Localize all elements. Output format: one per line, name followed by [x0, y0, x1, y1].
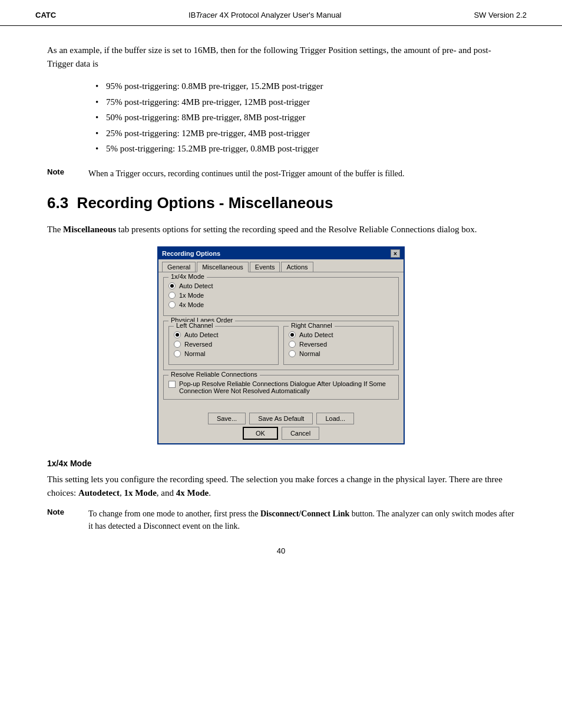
ok-button[interactable]: OK: [243, 427, 278, 440]
left-channel-group: Left Channel Auto Detect Reversed: [168, 326, 279, 365]
mode-4x[interactable]: 4x Mode: [168, 301, 394, 308]
radio-4x[interactable]: [168, 301, 176, 308]
right-channel-label: Right Channel: [289, 322, 335, 329]
tab-events[interactable]: Events: [250, 262, 280, 272]
radio-1x[interactable]: [168, 292, 176, 299]
buttons-row-1: Save... Save As Default Load...: [163, 413, 399, 424]
intro-paragraph: As an example, if the buffer size is set…: [47, 44, 515, 70]
mode-group-content: Auto Detect 1x Mode 4x Mode: [168, 282, 394, 308]
left-auto-detect[interactable]: Auto Detect: [174, 331, 273, 338]
section-heading: 6.3 Recording Options - Miscellaneous: [47, 194, 515, 212]
dialog-buttons: Save... Save As Default Load... OK Cance…: [158, 409, 404, 443]
page: CATC IBTracer 4X Protocol Analyzer User'…: [0, 0, 562, 728]
disconnect-bold: Disconnect/Connect Link: [260, 509, 349, 518]
radio-auto-detect[interactable]: [168, 282, 176, 289]
resolve-checkbox[interactable]: [168, 381, 176, 388]
section-number: 6.3: [47, 194, 68, 212]
save-button[interactable]: Save...: [208, 413, 246, 424]
dialog-close-button[interactable]: ×: [391, 249, 400, 258]
save-as-default-button[interactable]: Save As Default: [249, 413, 313, 424]
mode-1x[interactable]: 1x Mode: [168, 292, 394, 299]
page-footer: 40: [47, 546, 515, 567]
dialog-body: 1x/4x Mode Auto Detect 1x Mode: [158, 272, 404, 409]
radio-right-normal[interactable]: [289, 350, 296, 357]
recording-options-dialog: Recording Options × General Miscellaneou…: [157, 246, 405, 444]
page-number: 40: [277, 546, 285, 555]
note-block-1: Note When a Trigger occurs, recording co…: [47, 167, 515, 180]
left-channel-content: Auto Detect Reversed Normal: [174, 331, 273, 357]
header-center: IBTracer 4X Protocol Analyzer User's Man…: [189, 11, 341, 19]
mode-4x-label: 4x Mode: [179, 301, 204, 308]
buttons-row-2: OK Cancel: [163, 427, 399, 440]
header-tracer: Tracer: [196, 11, 217, 19]
radio-right-reversed[interactable]: [289, 341, 296, 348]
mode-group: 1x/4x Mode Auto Detect 1x Mode: [163, 277, 399, 316]
right-normal-label: Normal: [299, 350, 320, 357]
right-channel-group: Right Channel Auto Detect Reversed: [283, 326, 394, 365]
radio-left-reversed[interactable]: [174, 341, 181, 348]
lanes-row: Left Channel Auto Detect Reversed: [168, 326, 394, 365]
bullet-3: 50% post-triggering: 8MB pre-trigger, 8M…: [106, 111, 515, 124]
tab-general[interactable]: General: [162, 262, 196, 272]
page-header: CATC IBTracer 4X Protocol Analyzer User'…: [0, 0, 562, 26]
tab-miscellaneous[interactable]: Miscellaneous: [197, 262, 249, 272]
tab-actions[interactable]: Actions: [281, 262, 313, 272]
right-reversed-label: Reversed: [299, 341, 327, 348]
mode-auto-detect-label: Auto Detect: [179, 282, 213, 289]
section-intro: The Miscellaneous tab presents options f…: [47, 223, 515, 236]
left-channel-label: Left Channel: [174, 322, 215, 329]
bullet-2: 75% post-triggering: 4MB pre-trigger, 12…: [106, 95, 515, 109]
right-normal[interactable]: Normal: [289, 350, 388, 357]
radio-right-auto[interactable]: [289, 331, 296, 338]
left-normal-label: Normal: [184, 350, 205, 357]
subsection-body1: This setting lets you configure the reco…: [47, 473, 515, 500]
resolve-content: Pop-up Resolve Reliable Connections Dial…: [168, 380, 394, 394]
4x-mode-bold: 4x Mode: [176, 488, 209, 498]
mode-group-label: 1x/4x Mode: [168, 273, 207, 280]
note-text-1: When a Trigger occurs, recording continu…: [88, 167, 405, 180]
right-auto-label: Auto Detect: [299, 331, 333, 338]
left-auto-label: Auto Detect: [184, 331, 218, 338]
bullet-list: 95% post-triggering: 0.8MB pre-trigger, …: [106, 80, 515, 156]
cancel-button[interactable]: Cancel: [282, 427, 319, 440]
dialog-titlebar: Recording Options ×: [158, 248, 404, 259]
bullet-5: 5% post-triggering: 15.2MB pre-trigger, …: [106, 142, 515, 156]
content-area: As an example, if the buffer size is set…: [0, 26, 562, 591]
left-reversed-label: Reversed: [184, 341, 212, 348]
note-label-1: Note: [47, 167, 77, 180]
subsection-heading: 1x/4x Mode: [47, 459, 515, 468]
mode-1x-label: 1x Mode: [179, 292, 204, 299]
note-text-2: To change from one mode to another, firs…: [88, 508, 515, 532]
resolve-group: Resolve Reliable Connections Pop-up Reso…: [163, 375, 399, 400]
header-right: SW Version 2.2: [474, 11, 527, 19]
note-label-2: Note: [47, 508, 77, 532]
load-button[interactable]: Load...: [316, 413, 354, 424]
mode-auto-detect[interactable]: Auto Detect: [168, 282, 394, 289]
misc-bold: Miscellaneous: [63, 225, 116, 234]
autodetect-bold: Autodetect: [78, 488, 120, 498]
resolve-group-label: Resolve Reliable Connections: [168, 371, 260, 378]
radio-left-normal[interactable]: [174, 350, 181, 357]
dialog-wrapper: Recording Options × General Miscellaneou…: [47, 246, 515, 444]
left-reversed[interactable]: Reversed: [174, 341, 273, 348]
left-normal[interactable]: Normal: [174, 350, 273, 357]
dialog-tabs: General Miscellaneous Events Actions: [158, 259, 404, 272]
header-left: CATC: [35, 11, 56, 19]
dialog-title: Recording Options: [162, 250, 220, 257]
right-reversed[interactable]: Reversed: [289, 341, 388, 348]
1x-mode-bold: 1x Mode: [124, 488, 156, 498]
radio-left-auto[interactable]: [174, 331, 181, 338]
right-channel-content: Auto Detect Reversed Normal: [289, 331, 388, 357]
resolve-checkbox-label: Pop-up Resolve Reliable Connections Dial…: [179, 380, 394, 394]
bullet-4: 25% post-triggering: 12MB pre-trigger, 4…: [106, 127, 515, 140]
bullet-1: 95% post-triggering: 0.8MB pre-trigger, …: [106, 80, 515, 93]
lanes-group: Physical Lanes Order Left Channel Auto D…: [163, 321, 399, 370]
right-auto-detect[interactable]: Auto Detect: [289, 331, 388, 338]
note-block-2: Note To change from one mode to another,…: [47, 508, 515, 532]
section-title: Recording Options - Miscellaneous: [77, 194, 333, 212]
